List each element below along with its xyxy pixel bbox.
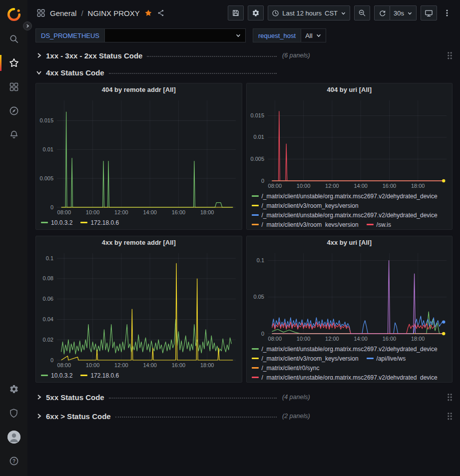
search-icon <box>9 34 19 44</box>
legend-item[interactable]: 172.18.0.6 <box>80 218 119 227</box>
legend-item[interactable]: /_matrix/client/v3/room_keys/version <box>252 201 359 210</box>
refresh-button[interactable] <box>374 5 390 20</box>
svg-text:18:00: 18:00 <box>411 183 425 189</box>
legend-swatch <box>80 222 87 223</box>
security-shield-icon <box>9 408 18 418</box>
legend-item[interactable]: 10.0.3.2 <box>41 371 72 380</box>
svg-text:0.08: 0.08 <box>43 275 53 281</box>
sidebar-nav-bottom: ? <box>0 377 27 473</box>
star-icon <box>9 58 19 68</box>
dashboard-row-5xx[interactable]: 5xx Status Code (4 panels) <box>35 391 453 404</box>
page-title[interactable]: NGINX PROXY <box>88 9 140 17</box>
datasource-select[interactable] <box>105 28 246 42</box>
legend-series-name: /_matrix/client/r0/sync <box>262 365 320 372</box>
legend-swatch <box>41 375 48 376</box>
legend-item[interactable]: /_matrix/client/unstable/org.matrix.msc2… <box>252 345 438 353</box>
chevron-down-icon <box>316 32 322 38</box>
svg-text:0.02: 0.02 <box>43 337 53 343</box>
timeseries-chart: 00.0050.010.01508:0010:0012:0014:0016:00… <box>247 96 453 191</box>
datasource-label[interactable]: DS_PROMETHEUS <box>35 28 105 42</box>
sidebar-item-search[interactable] <box>0 27 27 51</box>
legend-item[interactable]: /_matrix/client/v3/room_keys/version <box>252 220 359 227</box>
chevron-down-icon <box>341 10 346 16</box>
row-drag-handle[interactable] <box>447 393 453 402</box>
expand-sidebar-button[interactable] <box>23 21 32 30</box>
panel-404-by-uri: 404 by uri [All] 00.0050.010.01508:0010:… <box>246 83 453 230</box>
more-options-button[interactable] <box>441 9 453 17</box>
legend-item[interactable]: /api/live/ws <box>367 354 406 363</box>
sidebar-item-alerting[interactable] <box>0 123 27 147</box>
datasource-variable: DS_PROMETHEUS <box>35 28 246 42</box>
row-drag-handle[interactable] <box>447 412 453 421</box>
main-area: General / NGINX PROXY <box>27 0 460 476</box>
legend-item[interactable]: /_matrix/client/v3/room_keys/version <box>252 354 359 363</box>
svg-text:0.1: 0.1 <box>256 257 264 263</box>
legend-item[interactable]: 172.18.0.6 <box>80 371 119 380</box>
chart-area[interactable]: 00.0050.010.01508:0010:0012:0014:0016:00… <box>247 96 453 191</box>
legend-item[interactable]: /_matrix/client/r0/sync <box>252 364 320 372</box>
legend-swatch <box>252 224 259 225</box>
request-host-label[interactable]: request_host <box>253 28 301 42</box>
legend-item[interactable]: 10.0.3.2 <box>41 218 72 227</box>
svg-text:0: 0 <box>50 357 53 363</box>
legend-swatch <box>41 222 48 223</box>
sidebar-item-dashboards[interactable] <box>0 75 27 99</box>
sidebar-item-server-admin[interactable] <box>0 401 27 425</box>
dashboard-settings-button[interactable] <box>248 5 264 20</box>
panel-title[interactable]: 404 by remote addr [All] <box>36 83 242 96</box>
sidebar-item-profile[interactable] <box>0 425 27 449</box>
sidebar-item-configuration[interactable] <box>0 377 27 401</box>
panel-title[interactable]: 4xx by remote addr [All] <box>36 236 242 249</box>
favorite-star-icon[interactable] <box>144 9 152 17</box>
row-title: 1xx - 3xx - 2xx Status Code <box>46 51 142 60</box>
svg-text:0: 0 <box>261 178 264 184</box>
dashboards-grid-icon <box>9 82 19 92</box>
svg-text:08:00: 08:00 <box>57 209 71 215</box>
row-drag-handle[interactable] <box>447 51 453 60</box>
zoom-out-button[interactable] <box>354 5 370 20</box>
refresh-icon <box>379 9 386 17</box>
sidebar-nav-top <box>0 27 27 147</box>
svg-text:14:00: 14:00 <box>143 209 157 215</box>
svg-text:?: ? <box>12 459 15 464</box>
legend-item[interactable]: /_matrix/client/unstable/org.matrix.msc2… <box>252 211 438 219</box>
kiosk-mode-button[interactable] <box>421 5 437 20</box>
legend-swatch <box>252 367 259 369</box>
save-icon <box>232 9 240 17</box>
time-range-picker[interactable]: Last 12 hours CST <box>268 5 350 20</box>
refresh-interval-select[interactable]: 30s <box>390 5 417 20</box>
share-icon[interactable] <box>157 9 165 17</box>
sidebar-item-explore[interactable] <box>0 99 27 123</box>
toolbar: Last 12 hours CST <box>228 5 453 20</box>
panel-title[interactable]: 404 by uri [All] <box>247 83 453 96</box>
panel-legend: 10.0.3.2172.18.0.6 <box>36 217 242 227</box>
svg-text:0.05: 0.05 <box>253 294 264 300</box>
chart-area[interactable]: 00.050.108:0010:0012:0014:0016:0018:00 <box>247 249 453 344</box>
dashboard-row-1xx-3xx-2xx[interactable]: 1xx - 3xx - 2xx Status Code (6 panels) <box>35 49 453 62</box>
row-panel-count: (4 panels) <box>282 394 310 401</box>
dashboard-row-6xx[interactable]: 6xx > Status Code (2 panels) <box>35 410 453 423</box>
chart-area[interactable]: 00.020.040.060.080.108:0010:0012:0014:00… <box>36 249 242 370</box>
panel-legend: 10.0.3.2172.18.0.6 <box>36 370 242 380</box>
svg-text:14:00: 14:00 <box>354 183 368 189</box>
svg-text:14:00: 14:00 <box>354 336 368 342</box>
chart-area[interactable]: 00.0050.010.01508:0010:0012:0014:0016:00… <box>36 96 242 217</box>
timeseries-chart: 00.0050.010.01508:0010:0012:0014:0016:00… <box>36 96 242 217</box>
row-title: 4xx Status Code <box>46 68 104 77</box>
legend-series-name: /_matrix/client/v3/room_keys/version <box>262 221 359 227</box>
dashboard-row-4xx[interactable]: 4xx Status Code <box>35 66 453 79</box>
breadcrumb-section[interactable]: General <box>50 9 76 17</box>
sidebar-item-starred[interactable] <box>0 51 27 75</box>
svg-text:10:00: 10:00 <box>86 362 100 368</box>
legend-item[interactable]: /_matrix/client/unstable/org.matrix.msc2… <box>252 373 438 380</box>
legend-item[interactable]: /_matrix/client/unstable/org.matrix.msc2… <box>252 192 438 200</box>
top-navbar: General / NGINX PROXY <box>27 0 460 26</box>
save-dashboard-button[interactable] <box>228 5 244 20</box>
sidebar-item-help[interactable]: ? <box>0 449 27 473</box>
panel-title[interactable]: 4xx by uri [All] <box>247 236 453 249</box>
grafana-logo[interactable] <box>5 6 22 23</box>
legend-item[interactable]: /sw.js <box>367 220 391 227</box>
row-dotted-fill <box>147 56 277 57</box>
request-host-select[interactable]: All <box>301 28 326 42</box>
chevron-right-icon <box>35 52 42 59</box>
